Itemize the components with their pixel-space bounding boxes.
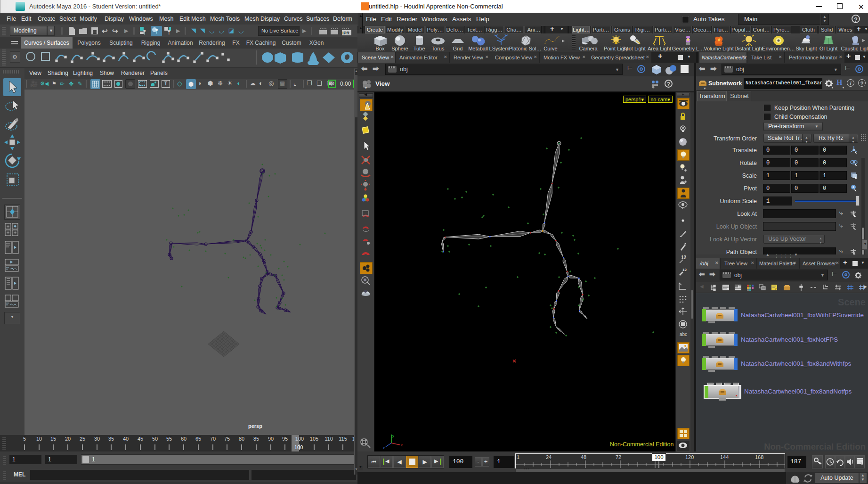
svg-text:24: 24 — [546, 454, 552, 460]
svg-text:z: z — [383, 446, 385, 450]
svg-text:85: 85 — [253, 436, 259, 442]
svg-text:12: 12 — [682, 268, 687, 272]
svg-text:72: 72 — [616, 454, 621, 460]
svg-text:10: 10 — [36, 436, 42, 442]
svg-text:30: 30 — [94, 436, 100, 442]
svg-text:1: 1 — [517, 454, 519, 460]
svg-text:25: 25 — [80, 436, 85, 442]
svg-text:55: 55 — [166, 436, 172, 442]
svg-text:x: x — [401, 443, 403, 447]
svg-text:100: 100 — [294, 444, 303, 450]
svg-text:IPR: IPR — [342, 31, 350, 35]
svg-text:48: 48 — [581, 454, 586, 460]
svg-text:70: 70 — [210, 436, 216, 442]
svg-text:120: 120 — [685, 454, 694, 460]
svg-text:60: 60 — [181, 436, 187, 442]
svg-text:65: 65 — [195, 436, 201, 442]
svg-text:95: 95 — [282, 436, 288, 442]
svg-text:115: 115 — [339, 436, 347, 442]
svg-text:105: 105 — [310, 436, 318, 442]
svg-text:110: 110 — [324, 436, 333, 442]
svg-text:144: 144 — [720, 454, 729, 460]
svg-text:20: 20 — [65, 436, 71, 442]
svg-text:45: 45 — [138, 436, 143, 442]
svg-text:y: y — [392, 434, 394, 438]
svg-text:50: 50 — [152, 436, 158, 442]
svg-text:40: 40 — [123, 436, 129, 442]
svg-text:75: 75 — [224, 436, 230, 442]
svg-text:80: 80 — [239, 436, 244, 442]
svg-text:90: 90 — [268, 436, 274, 442]
svg-text:35: 35 — [108, 436, 114, 442]
svg-text:100: 100 — [295, 436, 304, 442]
svg-text:168: 168 — [755, 454, 763, 460]
svg-text:15: 15 — [50, 436, 56, 442]
svg-text:5: 5 — [23, 436, 26, 442]
